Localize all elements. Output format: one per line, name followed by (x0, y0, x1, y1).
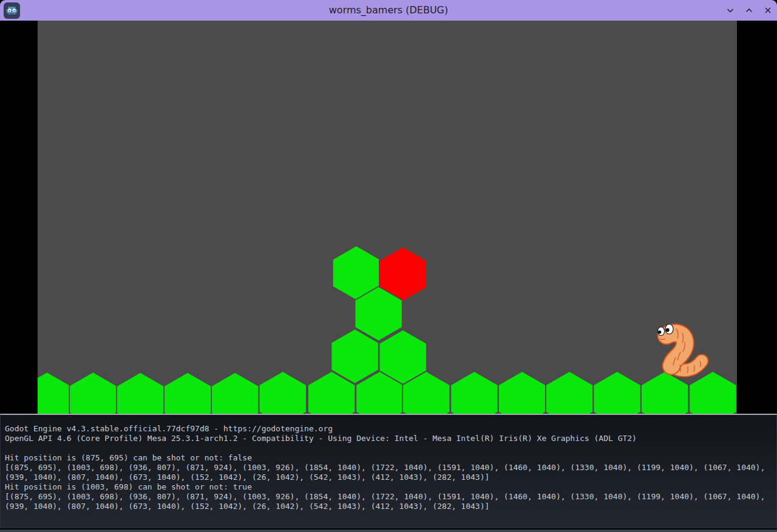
console-line (5, 443, 776, 453)
hex-tile-green[interactable] (38, 372, 71, 414)
worm-right-pupil (666, 328, 670, 332)
hex-terrain[interactable] (38, 21, 737, 414)
hex-tile-green[interactable] (117, 372, 164, 414)
console-line: Hit position is (875, 695) can be shot o… (5, 453, 776, 463)
window-titlebar[interactable]: worms_bamers (DEBUG) (0, 0, 777, 21)
console-line: Godot Engine v4.3.stable.official.77dcf9… (5, 424, 776, 434)
taskbar-edge (0, 530, 777, 532)
maximize-button[interactable] (745, 6, 753, 15)
chevron-down-icon (726, 6, 735, 15)
hex-tile-green[interactable] (69, 372, 117, 414)
console-line: (939, 1040), (807, 1040), (673, 1040), (… (5, 473, 776, 482)
console-output[interactable]: Godot Engine v4.3.stable.official.77dcf9… (0, 415, 777, 528)
hex-tile-green[interactable] (546, 371, 593, 414)
close-icon (764, 6, 772, 15)
console-line: Hit position is (1003, 698) can be shot … (5, 482, 776, 492)
worm-body (667, 333, 685, 366)
console-line: OpenGL API 4.6 (Core Profile) Mesa 25.3.… (5, 434, 776, 443)
minimize-button[interactable] (726, 6, 735, 15)
hex-tile-green[interactable] (498, 371, 546, 414)
game-window (0, 21, 777, 414)
debug-console: Godot Engine v4.3.stable.official.77dcf9… (0, 414, 777, 532)
hex-tile-green[interactable] (259, 371, 307, 414)
game-viewport[interactable] (38, 21, 737, 414)
window-title: worms_bamers (DEBUG) (0, 0, 777, 21)
console-line: (939, 1040), (807, 1040), (673, 1040), (… (5, 502, 776, 511)
console-line: [(875, 695), (1003, 698), (936, 807), (8… (5, 492, 776, 502)
console-line: [(875, 695), (1003, 698), (936, 807), (8… (5, 463, 776, 473)
hex-tile-green[interactable] (594, 371, 641, 414)
worm-sprite[interactable] (653, 322, 709, 379)
close-button[interactable] (764, 6, 772, 15)
hex-tile-green[interactable] (164, 372, 211, 414)
chevron-up-icon (745, 6, 753, 15)
hex-tile-green[interactable] (450, 371, 498, 414)
hex-tile-green[interactable] (211, 372, 259, 414)
worm-left-pupil (658, 331, 661, 334)
